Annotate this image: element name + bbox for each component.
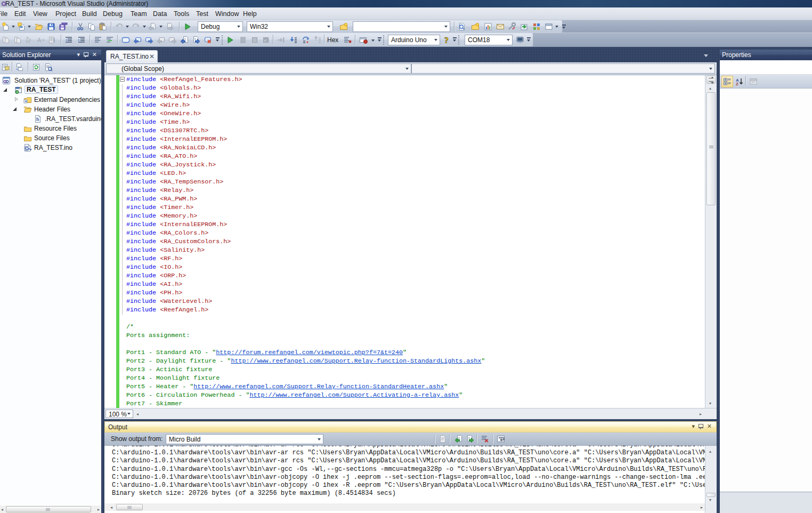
svg-text:A: A (37, 37, 42, 43)
svg-text:h: h (36, 117, 39, 122)
svg-text:C: C (25, 146, 28, 151)
svg-text:?: ? (444, 36, 449, 45)
svg-text:Z: Z (736, 82, 738, 86)
